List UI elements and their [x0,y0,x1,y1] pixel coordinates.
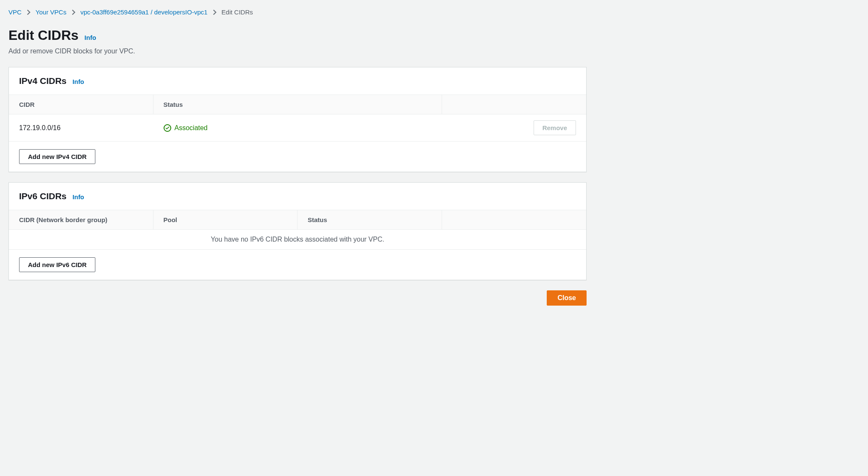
ipv4-col-cidr: CIDR [9,95,153,114]
ipv6-panel-title: IPv6 CIDRs [19,191,67,201]
ipv4-cidrs-panel: IPv4 CIDRs Info CIDR Status 172.19.0.0/1… [8,67,587,172]
check-circle-icon [164,124,171,132]
breadcrumb-link-vpc-id[interactable]: vpc-0a3ff69e2594659a1 / developersIO-vpc… [81,8,208,16]
info-link-ipv4[interactable]: Info [72,78,84,85]
remove-ipv4-cidr-button[interactable]: Remove [534,120,576,135]
chevron-right-icon [27,9,31,15]
add-new-ipv4-cidr-button[interactable]: Add new IPv4 CIDR [19,149,95,164]
ipv4-col-actions [442,95,587,114]
ipv6-col-actions [442,210,587,229]
chevron-right-icon [213,9,217,15]
ipv6-cidrs-panel: IPv6 CIDRs Info CIDR (Network border gro… [8,182,587,280]
breadcrumb: VPC Your VPCs vpc-0a3ff69e2594659a1 / de… [8,8,587,16]
page-description: Add or remove CIDR blocks for your VPC. [8,47,587,55]
ipv6-col-cidr: CIDR (Network border group) [9,210,153,229]
close-button[interactable]: Close [547,290,587,306]
ipv6-empty-message: You have no IPv6 CIDR blocks associated … [9,230,586,250]
breadcrumb-current: Edit CIDRs [222,8,253,16]
ipv4-cidr-value: 172.19.0.0/16 [9,118,153,138]
add-new-ipv6-cidr-button[interactable]: Add new IPv6 CIDR [19,257,95,272]
ipv4-col-status: Status [153,95,442,114]
ipv6-column-header-row: CIDR (Network border group) Pool Status [9,210,586,230]
info-link-header[interactable]: Info [84,34,96,41]
breadcrumb-link-vpc[interactable]: VPC [8,8,22,16]
ipv4-panel-title: IPv4 CIDRs [19,76,67,86]
ipv6-col-status: Status [298,210,442,229]
ipv4-cidr-row: 172.19.0.0/16 Associated Remove [9,114,586,142]
ipv6-col-pool: Pool [153,210,298,229]
page-title: Edit CIDRs [8,28,78,43]
chevron-right-icon [72,9,75,15]
ipv4-status-cell: Associated [153,118,442,138]
ipv4-column-header-row: CIDR Status [9,95,586,114]
breadcrumb-link-your-vpcs[interactable]: Your VPCs [36,8,67,16]
ipv4-status-text: Associated [175,124,208,132]
info-link-ipv6[interactable]: Info [72,193,84,200]
